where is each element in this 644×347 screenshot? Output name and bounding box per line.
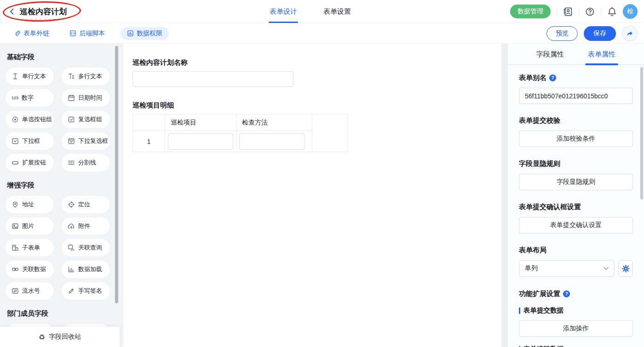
subform-table: 巡检项目 检查方法 1 bbox=[132, 114, 348, 152]
help-icon[interactable] bbox=[585, 7, 595, 17]
field-item-subform[interactable]: 子表单 bbox=[6, 239, 54, 256]
toolbar-right: 预览 保存 bbox=[546, 23, 638, 44]
field-label: 扩展按钮 bbox=[22, 159, 46, 167]
layout-select[interactable]: 单列 bbox=[519, 260, 615, 277]
form-alias-label-row: 表单别名 ? bbox=[519, 74, 633, 82]
back-icon[interactable] bbox=[8, 8, 16, 15]
field-label: 数据加载 bbox=[78, 265, 102, 273]
field-item-address[interactable]: 地址 bbox=[6, 196, 54, 213]
notification-bell-icon[interactable] bbox=[607, 7, 617, 17]
field-item-extension-button[interactable]: 扩展按钮 bbox=[6, 154, 54, 171]
form-external-link-button[interactable]: 表单外链 bbox=[9, 27, 54, 40]
recycle-label: 字段回收站 bbox=[49, 333, 81, 341]
panel-tabs: 字段属性 表单属性 bbox=[508, 44, 644, 65]
field-item-checkbox-group[interactable]: 复选框组 bbox=[62, 111, 110, 128]
field-label: 分割线 bbox=[78, 159, 96, 167]
link-icon bbox=[14, 30, 21, 37]
section-title-basic: 基础字段 bbox=[7, 53, 123, 62]
field-library-sidebar: 基础字段 单行文本 多行文本 123数字 日期时间 单选按钮组 复选框组 下拉框… bbox=[0, 44, 123, 347]
section-title-enhanced: 增强字段 bbox=[7, 181, 123, 190]
divider bbox=[601, 8, 601, 15]
field-label: 单行文本 bbox=[22, 72, 46, 80]
field-label: 数字 bbox=[22, 94, 34, 102]
visibility-rules-label: 字段显隐规则 bbox=[519, 159, 633, 168]
script-icon bbox=[69, 30, 76, 37]
data-manage-button[interactable]: 数据管理 bbox=[510, 5, 551, 18]
field-item-divider-line[interactable]: 分割线 bbox=[62, 154, 110, 171]
form-external-link-label: 表单外链 bbox=[23, 29, 49, 38]
group-label: 表单编辑数据 bbox=[523, 345, 564, 347]
field-item-number[interactable]: 123数字 bbox=[6, 89, 54, 107]
field-label: 附件 bbox=[78, 222, 90, 230]
field-label: 下拉框 bbox=[22, 137, 40, 145]
address-icon bbox=[12, 201, 19, 208]
tab-field-properties[interactable]: 字段属性 bbox=[536, 44, 564, 65]
field-item-datetime[interactable]: 日期时间 bbox=[62, 89, 110, 107]
divider bbox=[557, 8, 557, 15]
form-alias-label: 表单别名 bbox=[519, 74, 546, 82]
submit-data-group-label: 表单提交数据 bbox=[519, 306, 633, 315]
item-cell bbox=[165, 131, 236, 152]
field-item-single-line-text[interactable]: 单行文本 bbox=[6, 68, 54, 85]
backend-script-button[interactable]: 后端脚本 bbox=[65, 27, 109, 40]
plan-name-input[interactable] bbox=[132, 71, 293, 87]
field-item-select[interactable]: 下拉框 bbox=[6, 132, 54, 150]
form-alias-input[interactable] bbox=[519, 88, 633, 104]
tab-form-settings[interactable]: 表单设置 bbox=[323, 0, 351, 23]
image-icon bbox=[12, 222, 19, 230]
header-cell-extra bbox=[312, 114, 348, 152]
tab-form-properties[interactable]: 表单属性 bbox=[588, 44, 615, 65]
field-label: 下拉复选框 bbox=[78, 137, 108, 145]
panel-scrollbar[interactable] bbox=[640, 67, 643, 199]
add-check-condition-button[interactable]: 添加校验条件 bbox=[519, 131, 633, 147]
save-button[interactable]: 保存 bbox=[584, 26, 616, 41]
field-item-location[interactable]: 定位 bbox=[62, 196, 110, 213]
canvas-panel-gap bbox=[501, 44, 508, 347]
field-label: 流水号 bbox=[22, 287, 40, 295]
divider bbox=[579, 8, 579, 15]
field-label: 图片 bbox=[22, 222, 34, 230]
field-item-related-data[interactable]: 关联数据 bbox=[6, 261, 54, 278]
method-cell bbox=[236, 131, 312, 152]
header-cell-method: 检查方法 bbox=[236, 114, 312, 131]
page-title[interactable]: 巡检内容计划 bbox=[20, 6, 67, 17]
serial-number-icon bbox=[12, 287, 19, 295]
share-button[interactable] bbox=[622, 26, 638, 41]
field-item-multi-line-text[interactable]: 多行文本 bbox=[62, 68, 110, 85]
field-item-multi-select[interactable]: 下拉复选框 bbox=[62, 132, 110, 150]
inspection-item-input[interactable] bbox=[168, 133, 233, 150]
tab-form-design[interactable]: 表单设计 bbox=[270, 0, 297, 23]
visibility-rules-button[interactable]: 字段显隐规则 bbox=[519, 174, 633, 190]
field-recycle-bin-button[interactable]: ♻ 字段回收站 bbox=[0, 327, 120, 347]
header-tabs: 表单设计 表单设置 bbox=[270, 0, 351, 23]
field-item-serial-number[interactable]: 流水号 bbox=[6, 282, 54, 300]
field-item-image[interactable]: 图片 bbox=[6, 217, 54, 235]
field-item-radio-group[interactable]: 单选按钮组 bbox=[6, 111, 54, 128]
header: 巡检内容计划 表单设计 表单设置 数据管理 检 bbox=[0, 0, 644, 23]
contact-book-icon[interactable] bbox=[563, 7, 573, 17]
check-method-input[interactable] bbox=[239, 133, 305, 150]
data-permission-button[interactable]: 数据权限 bbox=[121, 27, 169, 40]
title-underline bbox=[17, 19, 64, 20]
related-query-icon bbox=[68, 244, 75, 251]
layout-settings-button[interactable] bbox=[618, 260, 633, 277]
preview-button[interactable]: 预览 bbox=[546, 26, 578, 41]
datetime-icon bbox=[68, 94, 75, 102]
field-item-attachment[interactable]: 附件 bbox=[62, 217, 110, 235]
data-load-icon bbox=[68, 266, 75, 273]
field-label: 单选按钮组 bbox=[22, 115, 52, 124]
submit-data-add-action-button[interactable]: 添加操作 bbox=[519, 320, 633, 337]
extension-help-icon[interactable]: ? bbox=[563, 290, 570, 297]
multi-line-text-icon bbox=[68, 73, 75, 80]
alias-help-icon[interactable]: ? bbox=[549, 74, 556, 81]
submit-confirm-button[interactable]: 表单提交确认设置 bbox=[519, 217, 633, 233]
field-label: 子表单 bbox=[22, 244, 40, 252]
field-item-related-query[interactable]: 关联查询 bbox=[62, 239, 110, 256]
properties-panel: 字段属性 表单属性 表单别名 ? 表单提交校验 添加校验条件 字段显隐规则 字段… bbox=[508, 44, 644, 347]
extension-settings-label-row: 功能扩展设置 ? bbox=[519, 290, 633, 298]
field-item-data-load[interactable]: 数据加载 bbox=[62, 261, 110, 278]
field-item-signature[interactable]: 手写签名 bbox=[62, 282, 110, 300]
header-right: 数据管理 检 bbox=[510, 0, 638, 23]
sidebar-scrollbar[interactable] bbox=[115, 46, 118, 303]
avatar[interactable]: 检 bbox=[623, 4, 638, 19]
